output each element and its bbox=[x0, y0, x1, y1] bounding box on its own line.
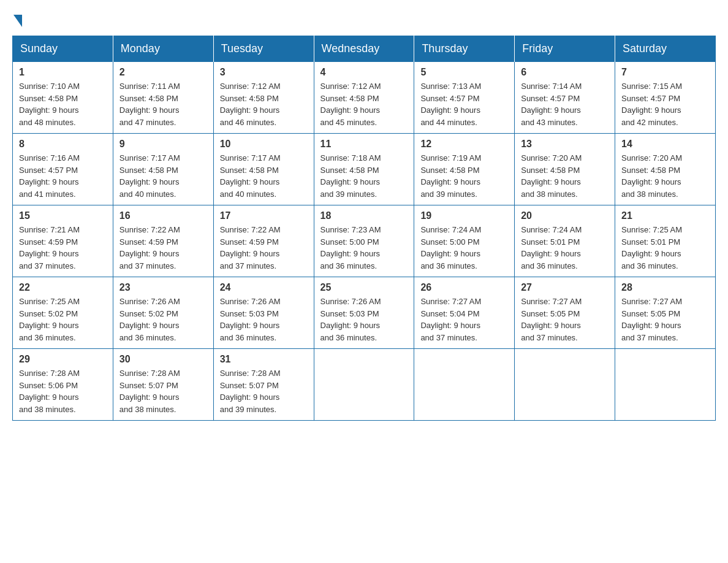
day-info: Sunrise: 7:28 AM Sunset: 5:07 PM Dayligh… bbox=[220, 367, 308, 415]
calendar-cell: 8 Sunrise: 7:16 AM Sunset: 4:57 PM Dayli… bbox=[13, 134, 113, 205]
day-number: 21 bbox=[621, 210, 709, 221]
day-number: 3 bbox=[220, 67, 308, 78]
calendar-cell: 1 Sunrise: 7:10 AM Sunset: 4:58 PM Dayli… bbox=[13, 62, 113, 134]
day-info: Sunrise: 7:27 AM Sunset: 5:04 PM Dayligh… bbox=[420, 296, 508, 343]
calendar-cell: 6 Sunrise: 7:14 AM Sunset: 4:57 PM Dayli… bbox=[515, 62, 615, 134]
calendar-cell: 31 Sunrise: 7:28 AM Sunset: 5:07 PM Dayl… bbox=[213, 349, 314, 421]
day-info: Sunrise: 7:18 AM Sunset: 4:58 PM Dayligh… bbox=[320, 152, 408, 200]
calendar-week-4: 22 Sunrise: 7:25 AM Sunset: 5:02 PM Dayl… bbox=[13, 277, 716, 349]
calendar-cell bbox=[414, 349, 515, 421]
day-number: 26 bbox=[420, 282, 508, 293]
day-info: Sunrise: 7:21 AM Sunset: 4:59 PM Dayligh… bbox=[19, 224, 107, 272]
calendar-cell: 24 Sunrise: 7:26 AM Sunset: 5:03 PM Dayl… bbox=[213, 277, 314, 349]
day-number: 13 bbox=[521, 139, 609, 150]
day-number: 22 bbox=[19, 282, 107, 293]
day-info: Sunrise: 7:14 AM Sunset: 4:57 PM Dayligh… bbox=[521, 80, 609, 128]
calendar-cell: 3 Sunrise: 7:12 AM Sunset: 4:58 PM Dayli… bbox=[213, 62, 314, 134]
day-info: Sunrise: 7:25 AM Sunset: 5:02 PM Dayligh… bbox=[19, 296, 107, 343]
calendar-cell: 30 Sunrise: 7:28 AM Sunset: 5:07 PM Dayl… bbox=[113, 349, 213, 421]
calendar-week-3: 15 Sunrise: 7:21 AM Sunset: 4:59 PM Dayl… bbox=[13, 205, 716, 277]
day-number: 5 bbox=[420, 67, 508, 78]
calendar-cell: 15 Sunrise: 7:21 AM Sunset: 4:59 PM Dayl… bbox=[13, 205, 113, 277]
calendar-cell: 22 Sunrise: 7:25 AM Sunset: 5:02 PM Dayl… bbox=[13, 277, 113, 349]
day-info: Sunrise: 7:17 AM Sunset: 4:58 PM Dayligh… bbox=[220, 152, 308, 200]
day-info: Sunrise: 7:23 AM Sunset: 5:00 PM Dayligh… bbox=[320, 224, 408, 272]
day-number: 15 bbox=[19, 210, 107, 221]
day-info: Sunrise: 7:10 AM Sunset: 4:58 PM Dayligh… bbox=[19, 80, 107, 128]
calendar-cell: 29 Sunrise: 7:28 AM Sunset: 5:06 PM Dayl… bbox=[13, 349, 113, 421]
day-info: Sunrise: 7:24 AM Sunset: 5:00 PM Dayligh… bbox=[420, 224, 508, 272]
day-info: Sunrise: 7:11 AM Sunset: 4:58 PM Dayligh… bbox=[119, 80, 207, 128]
calendar-cell: 4 Sunrise: 7:12 AM Sunset: 4:58 PM Dayli… bbox=[314, 62, 414, 134]
day-number: 2 bbox=[119, 67, 207, 78]
calendar-cell: 16 Sunrise: 7:22 AM Sunset: 4:59 PM Dayl… bbox=[113, 205, 213, 277]
day-number: 17 bbox=[220, 210, 308, 221]
logo-arrow-icon bbox=[13, 15, 22, 27]
calendar-cell: 2 Sunrise: 7:11 AM Sunset: 4:58 PM Dayli… bbox=[113, 62, 213, 134]
calendar-cell: 9 Sunrise: 7:17 AM Sunset: 4:58 PM Dayli… bbox=[113, 134, 213, 205]
calendar-week-5: 29 Sunrise: 7:28 AM Sunset: 5:06 PM Dayl… bbox=[13, 349, 716, 421]
day-number: 31 bbox=[220, 354, 308, 365]
calendar-cell: 17 Sunrise: 7:22 AM Sunset: 4:59 PM Dayl… bbox=[213, 205, 314, 277]
calendar-cell: 28 Sunrise: 7:27 AM Sunset: 5:05 PM Dayl… bbox=[615, 277, 716, 349]
calendar-cell: 10 Sunrise: 7:17 AM Sunset: 4:58 PM Dayl… bbox=[213, 134, 314, 205]
logo bbox=[12, 12, 23, 25]
day-number: 30 bbox=[119, 354, 207, 365]
day-info: Sunrise: 7:27 AM Sunset: 5:05 PM Dayligh… bbox=[521, 296, 609, 343]
calendar-cell: 26 Sunrise: 7:27 AM Sunset: 5:04 PM Dayl… bbox=[414, 277, 515, 349]
day-info: Sunrise: 7:12 AM Sunset: 4:58 PM Dayligh… bbox=[320, 80, 408, 128]
day-number: 28 bbox=[621, 282, 709, 293]
day-info: Sunrise: 7:25 AM Sunset: 5:01 PM Dayligh… bbox=[621, 224, 709, 272]
weekday-header-tuesday: Tuesday bbox=[213, 36, 314, 62]
day-info: Sunrise: 7:20 AM Sunset: 4:58 PM Dayligh… bbox=[521, 152, 609, 200]
day-number: 14 bbox=[621, 139, 709, 150]
page-header bbox=[12, 12, 716, 25]
day-number: 11 bbox=[320, 139, 408, 150]
weekday-header-friday: Friday bbox=[515, 36, 615, 62]
calendar-cell: 18 Sunrise: 7:23 AM Sunset: 5:00 PM Dayl… bbox=[314, 205, 414, 277]
calendar-table: SundayMondayTuesdayWednesdayThursdayFrid… bbox=[12, 36, 716, 421]
day-info: Sunrise: 7:13 AM Sunset: 4:57 PM Dayligh… bbox=[420, 80, 508, 128]
day-info: Sunrise: 7:22 AM Sunset: 4:59 PM Dayligh… bbox=[119, 224, 207, 272]
calendar-cell: 11 Sunrise: 7:18 AM Sunset: 4:58 PM Dayl… bbox=[314, 134, 414, 205]
day-number: 9 bbox=[119, 139, 207, 150]
calendar-week-2: 8 Sunrise: 7:16 AM Sunset: 4:57 PM Dayli… bbox=[13, 134, 716, 205]
day-number: 16 bbox=[119, 210, 207, 221]
calendar-cell: 20 Sunrise: 7:24 AM Sunset: 5:01 PM Dayl… bbox=[515, 205, 615, 277]
day-info: Sunrise: 7:19 AM Sunset: 4:58 PM Dayligh… bbox=[420, 152, 508, 200]
weekday-header-row: SundayMondayTuesdayWednesdayThursdayFrid… bbox=[13, 36, 716, 62]
day-info: Sunrise: 7:26 AM Sunset: 5:03 PM Dayligh… bbox=[220, 296, 308, 343]
day-info: Sunrise: 7:24 AM Sunset: 5:01 PM Dayligh… bbox=[521, 224, 609, 272]
day-number: 24 bbox=[220, 282, 308, 293]
calendar-cell bbox=[515, 349, 615, 421]
day-info: Sunrise: 7:26 AM Sunset: 5:02 PM Dayligh… bbox=[119, 296, 207, 343]
day-info: Sunrise: 7:16 AM Sunset: 4:57 PM Dayligh… bbox=[19, 152, 107, 200]
calendar-cell: 19 Sunrise: 7:24 AM Sunset: 5:00 PM Dayl… bbox=[414, 205, 515, 277]
day-info: Sunrise: 7:27 AM Sunset: 5:05 PM Dayligh… bbox=[621, 296, 709, 343]
day-info: Sunrise: 7:22 AM Sunset: 4:59 PM Dayligh… bbox=[220, 224, 308, 272]
day-number: 19 bbox=[420, 210, 508, 221]
day-number: 18 bbox=[320, 210, 408, 221]
calendar-cell: 25 Sunrise: 7:26 AM Sunset: 5:03 PM Dayl… bbox=[314, 277, 414, 349]
calendar-cell: 27 Sunrise: 7:27 AM Sunset: 5:05 PM Dayl… bbox=[515, 277, 615, 349]
day-info: Sunrise: 7:28 AM Sunset: 5:06 PM Dayligh… bbox=[19, 367, 107, 415]
weekday-header-wednesday: Wednesday bbox=[314, 36, 414, 62]
day-info: Sunrise: 7:15 AM Sunset: 4:57 PM Dayligh… bbox=[621, 80, 709, 128]
day-number: 6 bbox=[521, 67, 609, 78]
day-number: 1 bbox=[19, 67, 107, 78]
calendar-week-1: 1 Sunrise: 7:10 AM Sunset: 4:58 PM Dayli… bbox=[13, 62, 716, 134]
calendar-cell: 12 Sunrise: 7:19 AM Sunset: 4:58 PM Dayl… bbox=[414, 134, 515, 205]
day-number: 4 bbox=[320, 67, 408, 78]
weekday-header-monday: Monday bbox=[113, 36, 213, 62]
weekday-header-thursday: Thursday bbox=[414, 36, 515, 62]
day-number: 8 bbox=[19, 139, 107, 150]
calendar-cell: 5 Sunrise: 7:13 AM Sunset: 4:57 PM Dayli… bbox=[414, 62, 515, 134]
calendar-cell bbox=[314, 349, 414, 421]
day-number: 25 bbox=[320, 282, 408, 293]
day-info: Sunrise: 7:12 AM Sunset: 4:58 PM Dayligh… bbox=[220, 80, 308, 128]
day-number: 27 bbox=[521, 282, 609, 293]
day-number: 23 bbox=[119, 282, 207, 293]
day-number: 20 bbox=[521, 210, 609, 221]
calendar-cell: 14 Sunrise: 7:20 AM Sunset: 4:58 PM Dayl… bbox=[615, 134, 716, 205]
calendar-cell: 21 Sunrise: 7:25 AM Sunset: 5:01 PM Dayl… bbox=[615, 205, 716, 277]
